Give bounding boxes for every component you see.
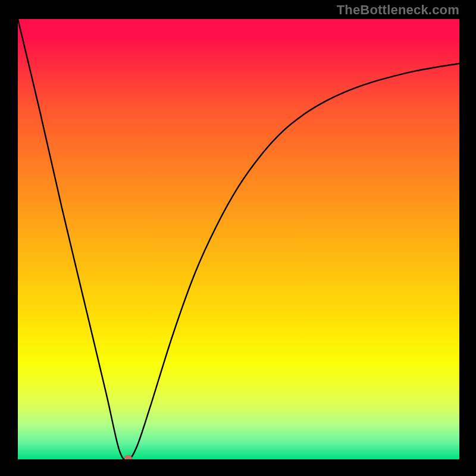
bottleneck-curve bbox=[18, 19, 459, 459]
watermark-text: TheBottleneck.com bbox=[337, 2, 459, 18]
plot-area bbox=[18, 19, 459, 459]
chart-frame: TheBottleneck.com bbox=[0, 0, 476, 476]
minimum-marker bbox=[124, 455, 132, 459]
